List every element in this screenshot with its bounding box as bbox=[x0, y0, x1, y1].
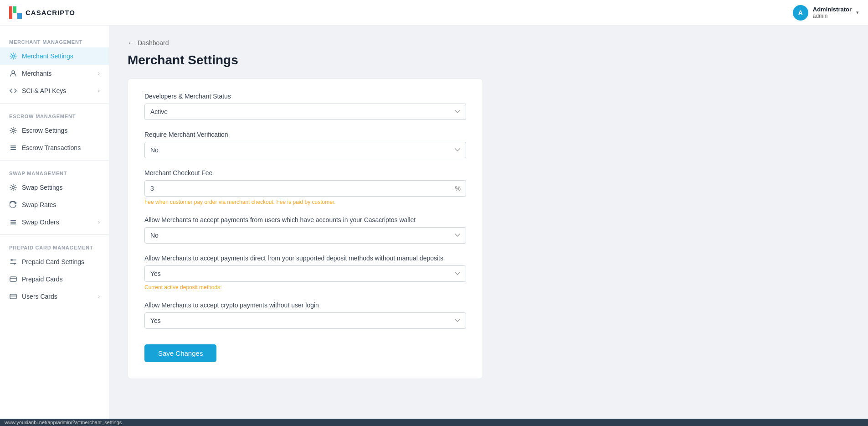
percent-suffix: % bbox=[455, 185, 461, 192]
code-icon bbox=[9, 87, 17, 95]
person-icon bbox=[9, 69, 17, 78]
sidebar-item-prepaid-cards[interactable]: Prepaid Cards bbox=[0, 270, 109, 288]
main-content: ← Dashboard Merchant Settings Developers… bbox=[109, 26, 868, 426]
user-menu[interactable]: A Administrator admin ▾ bbox=[793, 5, 859, 21]
breadcrumb[interactable]: ← Dashboard bbox=[128, 39, 850, 47]
sidebar: MERCHANT MANAGEMENT Merchant Settings Me… bbox=[0, 26, 109, 426]
form-group-crypto-payments: Allow Merchants to accept crypto payment… bbox=[144, 301, 466, 329]
developer-status-label: Developers & Merchant Status bbox=[144, 93, 466, 100]
sliders-icon bbox=[9, 258, 17, 266]
crypto-payments-select[interactable]: Yes No bbox=[144, 312, 466, 329]
sidebar-item-swap-settings[interactable]: Swap Settings bbox=[0, 179, 109, 196]
user-info: Administrator admin bbox=[813, 6, 852, 19]
logo-area: CASACRIPTO bbox=[9, 6, 75, 19]
swap-list-icon bbox=[9, 218, 17, 226]
sidebar-item-escrow-transactions[interactable]: Escrow Transactions bbox=[0, 139, 109, 156]
svg-rect-2 bbox=[17, 13, 22, 19]
svg-rect-19 bbox=[10, 294, 16, 299]
svg-rect-11 bbox=[10, 222, 16, 223]
require-verification-select[interactable]: No Yes bbox=[144, 142, 466, 158]
list-icon bbox=[9, 144, 17, 152]
chevron-right-icon: › bbox=[98, 70, 100, 77]
sidebar-item-users-cards[interactable]: Users Cards › bbox=[0, 288, 109, 305]
status-url: www.youxianbi.net/app/admin/?a=merchant_… bbox=[5, 420, 122, 425]
sidebar-label-swap-settings: Swap Settings bbox=[22, 184, 63, 191]
wallet-payments-select[interactable]: No Yes bbox=[144, 227, 466, 244]
sidebar-label-swap-orders: Swap Orders bbox=[22, 218, 59, 226]
card2-icon bbox=[9, 292, 17, 301]
svg-point-3 bbox=[12, 55, 15, 57]
svg-point-14 bbox=[11, 259, 13, 261]
sidebar-section-swap: SWAP MANAGEMENT bbox=[0, 164, 109, 179]
form-group-require-verification: Require Merchant Verification No Yes bbox=[144, 131, 466, 158]
sidebar-divider-1 bbox=[0, 103, 109, 104]
sidebar-section-merchant: MERCHANT MANAGEMENT bbox=[0, 33, 109, 47]
sidebar-label-escrow-transactions: Escrow Transactions bbox=[22, 144, 81, 151]
sidebar-label-users-cards: Users Cards bbox=[22, 293, 57, 300]
logo-text: CASACRIPTO bbox=[26, 9, 75, 16]
svg-rect-17 bbox=[10, 277, 16, 281]
sidebar-divider-2 bbox=[0, 160, 109, 161]
sidebar-label-merchant-settings: Merchant Settings bbox=[22, 52, 73, 60]
card-icon bbox=[9, 275, 17, 283]
swap-gear-icon bbox=[9, 183, 17, 192]
deposit-hint: Current active deposit methods: bbox=[144, 284, 466, 291]
sidebar-section-escrow: ESCROW MANAGEMENT bbox=[0, 107, 109, 122]
form-group-checkout-fee: Merchant Checkout Fee % Fee when custome… bbox=[144, 169, 466, 205]
svg-rect-12 bbox=[10, 223, 16, 224]
status-bar: www.youxianbi.net/app/admin/?a=merchant_… bbox=[0, 419, 868, 426]
checkout-fee-hint: Fee when customer pay order via merchant… bbox=[144, 199, 466, 205]
sidebar-item-swap-rates[interactable]: Swap Rates bbox=[0, 196, 109, 213]
developer-status-select[interactable]: Active Inactive bbox=[144, 104, 466, 120]
logo-icon bbox=[9, 6, 22, 19]
svg-point-5 bbox=[12, 130, 15, 132]
svg-point-9 bbox=[12, 187, 15, 189]
sidebar-item-swap-orders[interactable]: Swap Orders › bbox=[0, 213, 109, 231]
checkout-fee-input[interactable] bbox=[144, 180, 466, 197]
form-group-wallet-payments: Allow Merchants to accept payments from … bbox=[144, 216, 466, 244]
sidebar-label-escrow-settings: Escrow Settings bbox=[22, 127, 67, 134]
svg-point-16 bbox=[14, 263, 15, 265]
svg-rect-0 bbox=[9, 6, 12, 19]
form-group-developer-status: Developers & Merchant Status Active Inac… bbox=[144, 93, 466, 120]
back-arrow-icon: ← bbox=[128, 39, 134, 47]
user-role: admin bbox=[813, 13, 828, 19]
sidebar-item-sci-api[interactable]: SCI & API Keys › bbox=[0, 82, 109, 99]
deposit-payments-select[interactable]: Yes No bbox=[144, 265, 466, 282]
sidebar-label-prepaid-cards: Prepaid Cards bbox=[22, 275, 63, 283]
escrow-gear-icon bbox=[9, 126, 17, 135]
sidebar-label-prepaid-card-settings: Prepaid Card Settings bbox=[22, 258, 84, 265]
page-title: Merchant Settings bbox=[128, 53, 850, 68]
refresh-icon bbox=[9, 201, 17, 209]
form-group-deposit-payments: Allow Merchants to accept payments direc… bbox=[144, 255, 466, 291]
sidebar-label-sci-api: SCI & API Keys bbox=[22, 87, 66, 94]
svg-point-4 bbox=[12, 71, 15, 73]
sidebar-item-escrow-settings[interactable]: Escrow Settings bbox=[0, 122, 109, 139]
app-header: CASACRIPTO A Administrator admin ▾ bbox=[0, 0, 868, 26]
sidebar-divider-3 bbox=[0, 234, 109, 235]
svg-rect-8 bbox=[10, 149, 16, 150]
deposit-payments-label: Allow Merchants to accept payments direc… bbox=[144, 255, 466, 262]
breadcrumb-label: Dashboard bbox=[138, 39, 169, 47]
save-button[interactable]: Save Changes bbox=[144, 344, 216, 362]
gear-icon bbox=[9, 52, 17, 60]
sidebar-item-prepaid-card-settings[interactable]: Prepaid Card Settings bbox=[0, 253, 109, 270]
require-verification-label: Require Merchant Verification bbox=[144, 131, 466, 138]
sidebar-item-merchants[interactable]: Merchants › bbox=[0, 65, 109, 82]
svg-rect-1 bbox=[13, 6, 16, 13]
checkout-fee-label: Merchant Checkout Fee bbox=[144, 169, 466, 177]
sidebar-item-merchant-settings[interactable]: Merchant Settings bbox=[0, 47, 109, 65]
sidebar-label-swap-rates: Swap Rates bbox=[22, 201, 56, 208]
svg-rect-6 bbox=[10, 145, 16, 146]
sidebar-label-merchants: Merchants bbox=[22, 70, 51, 77]
chevron-right-icon4: › bbox=[98, 293, 100, 300]
settings-card: Developers & Merchant Status Active Inac… bbox=[128, 78, 483, 379]
chevron-right-icon2: › bbox=[98, 88, 100, 94]
svg-rect-7 bbox=[10, 147, 16, 148]
chevron-right-icon3: › bbox=[98, 219, 100, 225]
crypto-payments-label: Allow Merchants to accept crypto payment… bbox=[144, 301, 466, 309]
svg-rect-10 bbox=[10, 220, 16, 221]
chevron-down-icon: ▾ bbox=[856, 10, 859, 16]
sidebar-section-prepaid: PREPAID CARD MANAGEMENT bbox=[0, 239, 109, 253]
checkout-fee-input-wrapper: % bbox=[144, 180, 466, 197]
